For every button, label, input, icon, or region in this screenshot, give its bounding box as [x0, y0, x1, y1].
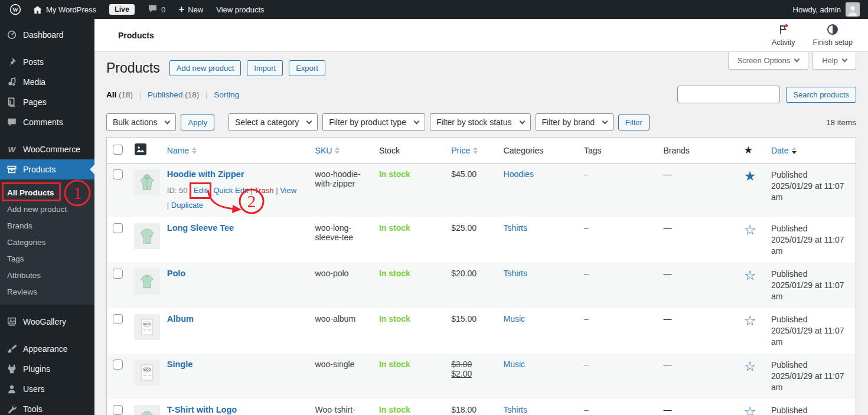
stock-status-filter-select[interactable]: Filter by stock status [430, 113, 531, 131]
comments-bubble[interactable]: 0 [141, 0, 172, 19]
screen-options-tab[interactable]: Screen Options [728, 52, 809, 70]
category-link[interactable]: Tshirts [504, 223, 527, 233]
row-checkbox[interactable] [113, 223, 123, 233]
trash-link[interactable]: Trash [254, 186, 274, 195]
sidebar-item-add-new-product[interactable]: Add new product [0, 201, 94, 217]
admin-sidebar: Dashboard Posts Media Pages Comments W W… [0, 19, 94, 415]
row-checkbox[interactable] [113, 360, 123, 370]
sidebar-item-dashboard[interactable]: Dashboard [0, 25, 94, 45]
category-link[interactable]: Tshirts [504, 269, 527, 278]
row-checkbox[interactable] [113, 405, 123, 415]
select-all-checkbox[interactable] [113, 145, 123, 155]
view-all-link[interactable]: All [106, 90, 116, 99]
product-name-link[interactable]: T-Shirt with Logo [167, 405, 237, 414]
product-name-link[interactable]: Single [167, 360, 193, 369]
featured-star-icon[interactable]: ☆ [744, 404, 756, 415]
name-column-header[interactable]: Name [161, 138, 309, 164]
sidebar-item-woogallery[interactable]: WooGallery [0, 312, 94, 332]
media-icon [6, 76, 18, 88]
product-thumbnail[interactable] [134, 269, 160, 295]
category-filter-select[interactable]: Select a category [229, 113, 318, 131]
avatar[interactable] [846, 2, 860, 17]
price-column-header[interactable]: Price [445, 138, 497, 164]
row-checkbox[interactable] [113, 269, 123, 279]
sidebar-item-woocommerce[interactable]: W WooCommerce [0, 139, 94, 159]
row-checkbox[interactable] [113, 169, 123, 179]
product-thumbnail[interactable] [134, 169, 160, 195]
sidebar-item-attributes[interactable]: Attributes [0, 267, 94, 283]
view-link[interactable]: View [280, 186, 296, 195]
apply-button[interactable]: Apply [181, 115, 214, 130]
new-menu[interactable]: + New [172, 0, 210, 19]
finish-setup-button[interactable]: Finish setup [813, 24, 853, 47]
sidebar-item-tags[interactable]: Tags [0, 250, 94, 267]
featured-star-icon[interactable]: ☆ [744, 358, 756, 374]
search-products-button[interactable]: Search products [786, 87, 856, 103]
sidebar-item-reviews[interactable]: Reviews [0, 283, 94, 300]
sort-icon [192, 147, 197, 154]
product-thumbnail[interactable]: WOO [134, 314, 160, 340]
sidebar-item-plugins[interactable]: Plugins [0, 359, 94, 379]
featured-star-icon[interactable]: ☆ [744, 267, 756, 283]
howdy-text[interactable]: Howdy, admin [793, 5, 841, 14]
product-name-link[interactable]: Album [167, 314, 194, 323]
sidebar-item-pages[interactable]: Pages [0, 92, 94, 112]
admin-bar: W My WordPress Live 0 + New View product… [0, 0, 868, 19]
product-type-filter-select[interactable]: Filter by product type [322, 113, 425, 131]
sidebar-item-appearance[interactable]: Appearance [0, 339, 94, 359]
date-column-header[interactable]: Date [765, 138, 856, 164]
category-link[interactable]: Tshirts [504, 405, 527, 414]
featured-star-icon[interactable]: ☆ [744, 313, 756, 328]
import-button[interactable]: Import [247, 60, 283, 76]
wordpress-logo-icon[interactable]: W [5, 0, 26, 19]
sale-price: $2.00 [451, 369, 491, 378]
bulk-actions-select[interactable]: Bulk actions [106, 113, 176, 131]
export-button[interactable]: Export [289, 60, 325, 76]
sidebar-item-products[interactable]: Products [0, 159, 94, 179]
sidebar-item-users[interactable]: Users [0, 379, 94, 399]
row-checkbox[interactable] [113, 314, 123, 324]
product-thumbnail[interactable] [134, 405, 160, 415]
brands-cell: — [663, 405, 671, 414]
sidebar-item-media[interactable]: Media [0, 72, 94, 92]
filter-button[interactable]: Filter [618, 115, 650, 130]
featured-star-filled-icon[interactable]: ★ [744, 168, 756, 184]
tags-cell: – [584, 405, 589, 414]
sidebar-item-brands[interactable]: Brands [0, 217, 94, 234]
category-link[interactable]: Hoodies [504, 169, 534, 179]
duplicate-link[interactable]: Duplicate [171, 201, 203, 210]
stock-status: In stock [379, 405, 410, 414]
comments-icon [6, 116, 18, 128]
product-name-link[interactable]: Polo [167, 269, 185, 278]
svg-text:WOO: WOO [143, 323, 150, 326]
view-products-link[interactable]: View products [210, 0, 270, 19]
quick-edit-link[interactable]: Quick Edit [213, 186, 248, 195]
category-link[interactable]: Music [504, 314, 526, 323]
view-sorting-link[interactable]: Sorting [214, 90, 239, 99]
sku-column-header[interactable]: SKU [309, 138, 373, 164]
price-cell: $15.00 [445, 308, 497, 354]
sidebar-item-all-products[interactable]: All Products [0, 184, 94, 201]
featured-star-icon[interactable]: ☆ [744, 222, 756, 237]
sidebar-item-posts[interactable]: Posts [0, 52, 94, 72]
view-published-link[interactable]: Published [148, 90, 182, 99]
sidebar-item-tools[interactable]: Tools [0, 399, 94, 415]
product-name-link[interactable]: Long Sleeve Tee [167, 223, 234, 233]
activity-button[interactable]: Activity [772, 24, 795, 47]
category-link[interactable]: Music [504, 360, 526, 369]
table-row: WOO Single woo-single In stock $3.00$2.0… [107, 354, 856, 399]
sku-cell: woo-album [309, 308, 373, 354]
date-cell: Published2025/01/29 at 11:07 am [765, 217, 856, 263]
site-menu[interactable]: My WordPress [26, 0, 103, 19]
search-input[interactable] [677, 86, 780, 103]
brands-cell: — [663, 269, 671, 278]
edit-link[interactable]: Edit [190, 182, 211, 199]
add-new-product-button[interactable]: Add new product [169, 60, 242, 76]
brand-filter-select[interactable]: Filter by brand [536, 113, 614, 131]
product-thumbnail[interactable] [134, 223, 160, 249]
sidebar-item-comments[interactable]: Comments [0, 112, 94, 132]
help-tab[interactable]: Help [812, 52, 856, 70]
product-thumbnail[interactable]: WOO [134, 360, 160, 385]
sidebar-item-categories[interactable]: Categories [0, 234, 94, 250]
product-name-link[interactable]: Hoodie with Zipper [167, 169, 244, 179]
